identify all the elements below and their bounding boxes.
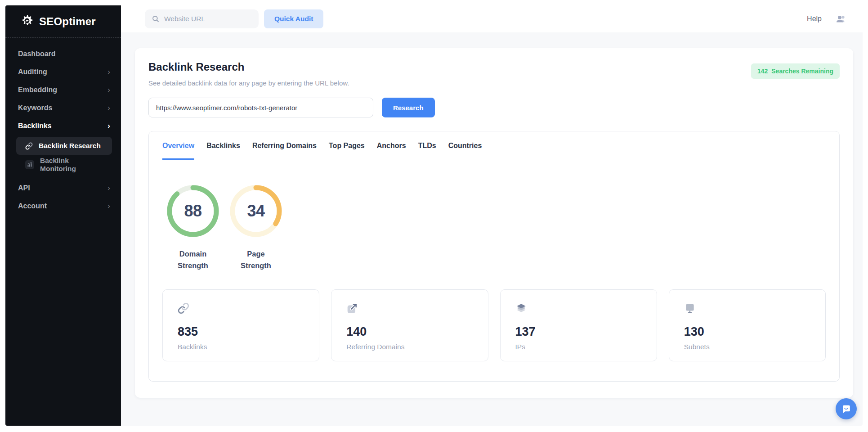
external-link-icon: [346, 302, 358, 314]
topbar: Quick Audit Help: [121, 5, 863, 32]
chevron-right-icon: ›: [107, 184, 110, 193]
stats-row: 835 Backlinks: [162, 289, 826, 361]
research-search-row: Research: [148, 98, 840, 117]
strength-gauges: 88 Domain Strength: [163, 185, 826, 271]
domain-strength-value: 88: [167, 185, 219, 237]
seoptimer-gear-icon: [20, 14, 34, 30]
card-header: Backlink Research See detailed backlink …: [148, 61, 840, 87]
page-strength-gauge: 34 Page Strength: [226, 185, 286, 271]
sidebar-menu: Dashboard Auditing › Embedding › Keyword…: [5, 38, 121, 215]
sidebar: SEOptimer Dashboard Auditing › Embedding…: [5, 5, 121, 426]
page-strength-label: Page Strength: [226, 248, 286, 271]
logo[interactable]: SEOptimer: [5, 5, 121, 38]
referring-domains-stat-card: 140 Referring Domains: [331, 289, 488, 361]
topbar-right: Help: [807, 14, 863, 24]
sidebar-item-backlinks[interactable]: Backlinks ›: [5, 117, 121, 135]
referring-domains-label: Referring Domains: [346, 343, 473, 351]
backlinks-stat-card: 835 Backlinks: [162, 289, 319, 361]
link-icon: [178, 302, 189, 314]
logo-text: SEOptimer: [39, 15, 96, 28]
users-icon[interactable]: [835, 14, 847, 24]
sidebar-item-backlink-research[interactable]: Backlink Research: [16, 137, 112, 155]
tab-tlds[interactable]: TLDs: [418, 131, 436, 160]
subnets-count: 130: [684, 325, 810, 339]
monitor-icon: [684, 302, 696, 314]
chat-bubble-icon: [841, 403, 852, 414]
referring-domains-count: 140: [346, 325, 473, 339]
chevron-right-icon: ›: [107, 122, 110, 130]
searches-remaining-badge: 142 Searches Remaining: [751, 63, 840, 79]
website-url-input[interactable]: [164, 15, 252, 23]
link-icon: [25, 142, 33, 150]
chat-widget-button[interactable]: [836, 398, 857, 419]
research-button[interactable]: Research: [382, 98, 435, 117]
website-url-search[interactable]: [145, 9, 259, 28]
ips-stat-card: 137 IPs: [500, 289, 657, 361]
results-tabs: Overview Backlinks Referring Domains Top…: [149, 131, 839, 160]
tab-overview[interactable]: Overview: [162, 131, 194, 160]
searches-remaining-label: Searches Remaining: [771, 68, 833, 75]
monitoring-chart-icon: [25, 160, 34, 169]
layers-icon: [515, 302, 527, 314]
page-title: Backlink Research: [148, 61, 349, 73]
main-area: Quick Audit Help Backlink Research: [121, 5, 863, 426]
tab-referring-domains[interactable]: Referring Domains: [252, 131, 317, 160]
app-frame: SEOptimer Dashboard Auditing › Embedding…: [5, 5, 863, 426]
chevron-right-icon: ›: [107, 86, 110, 94]
tab-backlinks[interactable]: Backlinks: [206, 131, 240, 160]
quick-audit-button[interactable]: Quick Audit: [264, 9, 323, 28]
ips-label: IPs: [515, 343, 642, 351]
backlink-research-card: Backlink Research See detailed backlink …: [135, 48, 853, 398]
subnets-stat-card: 130 Subnets: [669, 289, 826, 361]
sidebar-item-account[interactable]: Account ›: [5, 197, 121, 215]
sidebar-item-keywords[interactable]: Keywords ›: [5, 99, 121, 117]
page-subtitle: See detailed backlink data for any page …: [148, 79, 349, 87]
results-panel: Overview Backlinks Referring Domains Top…: [148, 131, 840, 382]
tab-top-pages[interactable]: Top Pages: [329, 131, 365, 160]
chevron-right-icon: ›: [107, 104, 110, 112]
search-icon: [152, 15, 160, 23]
backlinks-submenu: Backlink Research Backlink Monitoring: [5, 135, 121, 176]
domain-strength-gauge: 88 Domain Strength: [163, 185, 223, 271]
domain-strength-label: Domain Strength: [163, 248, 223, 271]
content-area: Backlink Research See detailed backlink …: [121, 32, 863, 426]
overview-tab-content: 88 Domain Strength: [149, 160, 839, 361]
help-link[interactable]: Help: [807, 15, 822, 23]
searches-remaining-count: 142: [757, 68, 768, 75]
sidebar-item-auditing[interactable]: Auditing ›: [5, 63, 121, 81]
tab-countries[interactable]: Countries: [448, 131, 482, 160]
research-url-input[interactable]: [148, 98, 373, 117]
sidebar-item-embedding[interactable]: Embedding ›: [5, 81, 121, 99]
sidebar-item-api[interactable]: API ›: [5, 179, 121, 197]
ips-count: 137: [515, 325, 642, 339]
tab-anchors[interactable]: Anchors: [377, 131, 406, 160]
sidebar-item-dashboard[interactable]: Dashboard: [5, 45, 121, 63]
sidebar-item-backlink-monitoring[interactable]: Backlink Monitoring: [16, 156, 112, 174]
subnets-label: Subnets: [684, 343, 810, 351]
chevron-right-icon: ›: [107, 68, 110, 76]
backlinks-count: 835: [178, 325, 304, 339]
backlinks-label: Backlinks: [178, 343, 304, 351]
chevron-right-icon: ›: [107, 202, 110, 211]
page-strength-value: 34: [230, 185, 282, 237]
